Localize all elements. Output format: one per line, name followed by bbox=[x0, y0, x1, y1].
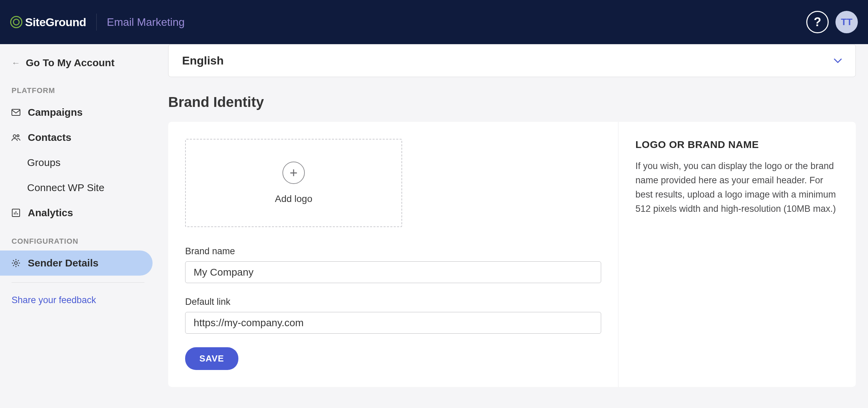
language-selected: English bbox=[182, 54, 224, 67]
section-title-brand-identity: Brand Identity bbox=[168, 94, 856, 110]
sidebar-item-campaigns[interactable]: Campaigns bbox=[0, 100, 156, 125]
main-content: English Brand Identity + Add logo Brand … bbox=[156, 44, 868, 408]
save-button[interactable]: SAVE bbox=[185, 347, 238, 370]
default-link-label: Default link bbox=[185, 297, 601, 307]
sidebar-item-label: Analytics bbox=[28, 207, 73, 219]
plus-circle-icon: + bbox=[282, 162, 305, 184]
share-feedback-link[interactable]: Share your feedback bbox=[0, 290, 156, 311]
brand-logo[interactable]: SiteGround bbox=[10, 16, 86, 29]
arrow-left-icon: ← bbox=[12, 58, 20, 68]
upload-label: Add logo bbox=[275, 193, 313, 204]
brand-name-input[interactable] bbox=[185, 261, 601, 283]
back-label: Go To My Account bbox=[26, 57, 115, 69]
default-link-input[interactable] bbox=[185, 312, 601, 334]
sidebar-subitem-groups[interactable]: Groups bbox=[0, 150, 156, 175]
sidebar-item-analytics[interactable]: Analytics bbox=[0, 200, 156, 225]
chevron-down-icon bbox=[834, 58, 842, 63]
svg-point-1 bbox=[13, 135, 16, 137]
language-selector[interactable]: English bbox=[168, 44, 856, 77]
sidebar-item-label: Contacts bbox=[28, 132, 71, 143]
sidebar-divider bbox=[12, 282, 144, 283]
gear-icon bbox=[12, 259, 20, 267]
sidebar-section-configuration: CONFIGURATION bbox=[0, 225, 156, 251]
brand-name-label: Brand name bbox=[185, 246, 601, 257]
info-panel: LOGO OR BRAND NAME If you wish, you can … bbox=[618, 122, 856, 387]
help-button[interactable]: ? bbox=[806, 11, 829, 33]
sidebar-subitem-connect-wp[interactable]: Connect WP Site bbox=[0, 175, 156, 200]
sidebar-item-label: Sender Details bbox=[28, 257, 98, 269]
sidebar-item-label: Connect WP Site bbox=[27, 182, 104, 193]
brand-form: + Add logo Brand name Default link SAVE bbox=[168, 122, 618, 387]
sidebar-item-contacts[interactable]: Contacts bbox=[0, 125, 156, 150]
logo-mark-icon bbox=[10, 16, 22, 28]
sidebar-item-sender-details[interactable]: Sender Details bbox=[0, 251, 153, 276]
people-icon bbox=[12, 133, 20, 142]
svg-point-2 bbox=[17, 135, 19, 137]
info-panel-text: If you wish, you can display the logo or… bbox=[635, 159, 839, 216]
sidebar-item-label: Groups bbox=[27, 157, 60, 168]
chart-icon bbox=[12, 208, 20, 217]
sidebar-item-label: Campaigns bbox=[28, 107, 83, 118]
info-panel-title: LOGO OR BRAND NAME bbox=[635, 139, 839, 150]
logo-upload[interactable]: + Add logo bbox=[185, 139, 402, 227]
svg-rect-0 bbox=[12, 109, 20, 115]
avatar-initials: TT bbox=[841, 17, 852, 27]
brand-identity-card: + Add logo Brand name Default link SAVE bbox=[168, 122, 856, 387]
sidebar-section-platform: PLATFORM bbox=[0, 75, 156, 100]
back-to-account-link[interactable]: ← Go To My Account bbox=[0, 51, 156, 75]
app-header: SiteGround Email Marketing ? TT bbox=[0, 0, 868, 44]
svg-point-4 bbox=[15, 262, 17, 264]
user-avatar[interactable]: TT bbox=[835, 11, 858, 33]
feedback-label: Share your feedback bbox=[12, 295, 96, 305]
header-divider bbox=[96, 14, 97, 31]
sidebar: ← Go To My Account PLATFORM Campaigns Co… bbox=[0, 44, 156, 408]
logo-text: SiteGround bbox=[25, 16, 86, 29]
envelope-icon bbox=[12, 108, 20, 117]
app-title: Email Marketing bbox=[107, 16, 184, 29]
question-icon: ? bbox=[814, 15, 821, 29]
